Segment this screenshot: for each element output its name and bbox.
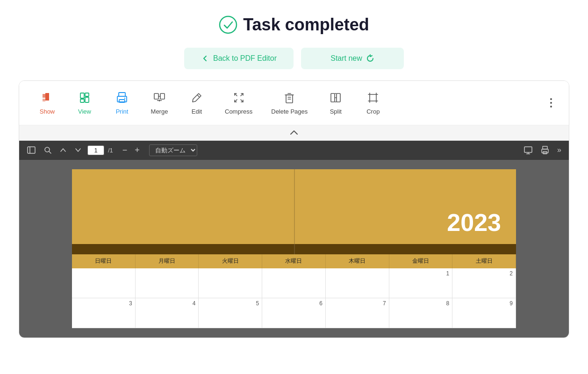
back-to-editor-button[interactable]: Back to PDF Editor (184, 48, 294, 69)
toolbar-delete-pages-button[interactable]: Delete Pages (264, 86, 315, 119)
print-icon (115, 90, 129, 105)
view-icon (77, 90, 92, 105)
crop-icon (366, 90, 380, 105)
calendar-cell-r1c6: 1 (389, 268, 453, 298)
svg-rect-7 (119, 100, 125, 102)
page-title: Task completed (243, 15, 369, 35)
toolbar-crop-button[interactable]: Crop (356, 86, 390, 119)
dark-bar-divider (294, 244, 295, 254)
calendar-cell-r1c7: 2 (452, 268, 516, 298)
svg-rect-10 (160, 94, 165, 99)
task-completed-row: Task completed (0, 15, 588, 35)
edit-icon (189, 90, 204, 105)
calendar-header: 2023 (72, 169, 516, 244)
presentation-button[interactable] (522, 144, 535, 157)
svg-rect-24 (331, 94, 335, 102)
svg-point-0 (220, 16, 237, 33)
svg-point-8 (124, 98, 125, 99)
arrow-left-icon (201, 54, 209, 63)
more-dot-3 (550, 106, 552, 108)
day-label-wed: 水曜日 (262, 254, 326, 268)
more-dot-2 (550, 102, 552, 104)
show-icon (40, 90, 55, 105)
collapse-bar[interactable] (19, 125, 569, 141)
toolbar: Show View (19, 81, 569, 125)
svg-rect-29 (370, 94, 376, 101)
svg-rect-5 (119, 93, 125, 96)
header: Task completed Back to PDF Editor Start … (0, 0, 588, 80)
calendar-cell-r1c1 (72, 268, 136, 298)
zoom-in-search-button[interactable] (42, 144, 54, 156)
zoom-select[interactable]: 自動ズーム 50% 75% 100% 125% 150% 200% (149, 144, 197, 156)
toolbar-edit-button[interactable]: Edit (180, 86, 214, 119)
sidebar-toggle-button[interactable] (25, 144, 38, 157)
calendar-week-2: 3 4 5 6 7 8 9 (72, 298, 516, 328)
page-number-input[interactable] (87, 145, 104, 155)
day-label-mon: 月曜日 (136, 254, 199, 268)
day-label-fri: 金曜日 (389, 254, 453, 268)
calendar-week-1: 1 2 (72, 268, 516, 298)
svg-line-41 (49, 151, 51, 153)
day-label-sat: 土曜日 (452, 254, 516, 268)
start-new-button[interactable]: Start new (301, 48, 404, 69)
toolbar-split-button[interactable]: Split (319, 86, 352, 119)
svg-rect-3 (85, 93, 89, 96)
toolbar-print-button[interactable]: Print (105, 86, 139, 119)
calendar-cell-r1c4 (262, 268, 326, 298)
pdf-toolbar: /1 − + 自動ズーム 50% 75% 100% 125% 150% 200% (19, 141, 569, 160)
page-up-button[interactable] (57, 144, 69, 156)
calendar-cell-r1c5 (326, 268, 389, 298)
merge-icon (152, 90, 167, 105)
day-label-thu: 木曜日 (326, 254, 389, 268)
svg-rect-38 (28, 147, 35, 153)
toolbar-show-button[interactable]: Show (30, 86, 64, 119)
expand-button[interactable]: » (555, 144, 563, 156)
svg-rect-46 (542, 149, 548, 153)
calendar-cell-r2c5: 7 (326, 298, 389, 328)
day-label-sun: 日曜日 (72, 254, 136, 268)
calendar-cell-r2c6: 8 (389, 298, 453, 328)
toolbar-compress-button[interactable]: Compress (217, 86, 260, 119)
more-options-button[interactable] (545, 94, 558, 111)
page-total: /1 (108, 147, 113, 154)
svg-rect-1 (80, 93, 84, 98)
svg-rect-25 (337, 94, 340, 102)
check-circle-icon (219, 15, 237, 34)
svg-line-14 (197, 95, 200, 97)
calendar-cell-r2c1: 3 (72, 298, 136, 328)
calendar-days-header: 日曜日 月曜日 火曜日 水曜日 木曜日 金曜日 土曜日 (72, 254, 516, 268)
calendar-cell-r2c2: 4 (136, 298, 199, 328)
page-down-button[interactable] (72, 144, 84, 156)
calendar-cell-r2c4: 6 (262, 298, 326, 328)
calendar-cell-r1c2 (136, 268, 199, 298)
svg-rect-6 (117, 96, 127, 102)
pdf-page: 2023 日曜日 月曜日 火曜日 水曜日 木曜日 金曜日 土曜日 (72, 169, 516, 328)
print-pdf-button[interactable] (538, 144, 552, 157)
delete-pages-icon (282, 90, 297, 105)
svg-rect-2 (80, 99, 84, 102)
more-dot-1 (550, 98, 552, 100)
svg-rect-4 (85, 97, 89, 102)
split-icon (328, 90, 343, 105)
calendar-dark-bar (72, 244, 516, 254)
main-container: Show View (19, 80, 569, 338)
calendar-cell-r2c3: 5 (199, 298, 262, 328)
svg-rect-42 (524, 147, 532, 152)
svg-rect-9 (154, 94, 158, 99)
zoom-out-button[interactable]: − (121, 144, 129, 157)
refresh-icon (366, 54, 374, 63)
header-divider (294, 169, 295, 244)
calendar-cell-r2c7: 9 (452, 298, 516, 328)
toolbar-view-button[interactable]: View (68, 86, 101, 119)
day-label-tue: 火曜日 (199, 254, 262, 268)
compress-icon (231, 90, 246, 105)
pdf-content: 2023 日曜日 月曜日 火曜日 水曜日 木曜日 金曜日 土曜日 (19, 160, 569, 338)
zoom-in-button[interactable]: + (133, 144, 142, 157)
chevron-up-icon (289, 129, 299, 137)
action-buttons: Back to PDF Editor Start new (0, 48, 588, 69)
toolbar-merge-button[interactable]: Merge (143, 86, 176, 119)
calendar-cell-r1c3 (199, 268, 262, 298)
calendar-year: 2023 (447, 209, 501, 237)
svg-rect-45 (543, 146, 547, 149)
